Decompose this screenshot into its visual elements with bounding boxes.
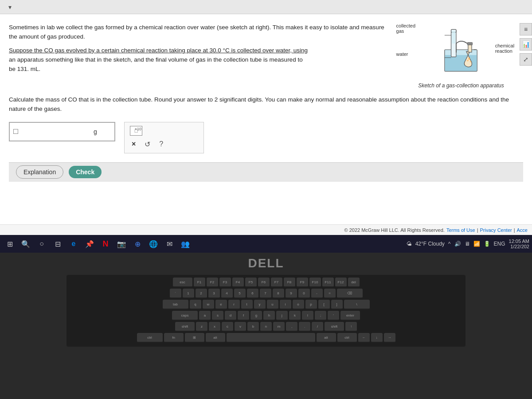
teams-icon[interactable]: 👥 [178,237,192,251]
key-minus[interactable]: - [311,289,323,298]
key-ctrl-left[interactable]: ctrl [137,333,163,343]
key-f3[interactable]: F3 [219,278,231,287]
key-e[interactable]: e [215,300,227,309]
netflix-icon[interactable]: N [98,237,113,251]
key-f7[interactable]: F7 [271,278,282,287]
task-view-icon[interactable]: ○ [35,237,49,251]
pin-icon[interactable]: 📌 [82,237,97,251]
camera-icon[interactable]: 📷 [114,237,129,251]
key-f[interactable]: f [238,311,249,321]
key-j[interactable]: j [276,311,288,321]
key-w[interactable]: w [203,300,214,309]
key-n[interactable]: n [260,322,272,332]
key-backspace[interactable]: ⌫ [337,289,363,298]
key-backslash[interactable]: \ [344,300,370,309]
key-u[interactable]: u [267,300,278,309]
check-button[interactable]: Check [69,166,102,178]
mail-icon[interactable]: ✉ [162,237,176,251]
key-comma[interactable]: , [286,322,297,332]
key-c[interactable]: c [222,322,233,332]
key-arrow-left[interactable]: ← [358,333,370,343]
answer-input[interactable] [21,128,92,136]
volume-icon[interactable]: 🔊 [454,241,461,247]
key-fn[interactable]: fn [164,333,184,343]
key-alt-left[interactable]: alt [206,333,225,343]
key-arrow-down[interactable]: ↓ [371,333,383,343]
key-8[interactable]: 8 [273,289,284,298]
edge-icon[interactable]: e [66,237,81,251]
key-0[interactable]: 0 [298,289,310,298]
key-9[interactable]: 9 [286,289,297,298]
expand-icon[interactable]: ⤢ [520,53,532,66]
key-arrow-up[interactable]: ↑ [345,322,357,332]
key-semicolon[interactable]: ; [315,311,326,321]
key-4[interactable]: 4 [221,289,233,298]
key-a[interactable]: a [199,311,211,321]
key-q[interactable]: q [190,300,201,309]
key-f10[interactable]: F10 [309,278,321,287]
clear-button[interactable]: × [130,139,137,149]
search-icon[interactable]: 🔍 [19,237,33,251]
key-7[interactable]: 7 [260,289,271,298]
notes-icon[interactable]: ≡ [520,23,532,35]
globe-icon[interactable]: 🌐 [146,237,160,251]
key-m[interactable]: m [273,322,285,332]
start-icon[interactable]: ⊞ [3,237,17,251]
key-r[interactable]: r [228,300,240,309]
key-3[interactable]: 3 [208,289,220,298]
key-5[interactable]: 5 [234,289,246,298]
key-i[interactable]: i [280,300,291,309]
key-tab[interactable]: tab [163,300,188,309]
key-arrow-right[interactable]: → [384,333,395,343]
key-f1[interactable]: F1 [194,278,205,287]
key-f5[interactable]: F5 [245,278,257,287]
key-f8[interactable]: F8 [284,278,295,287]
key-o[interactable]: o [293,300,304,309]
key-shift-left[interactable]: shift [175,322,195,332]
undo-button[interactable]: ↺ [143,139,152,149]
terms-link[interactable]: Terms of Use [446,227,475,233]
key-quote[interactable]: ' [328,311,339,321]
wifi-icon[interactable]: 📶 [473,241,480,247]
chevron-down-icon[interactable]: ▾ [4,2,15,12]
key-caps[interactable]: caps [172,311,198,321]
chart-icon[interactable]: 📊 [520,38,532,51]
key-enter[interactable]: enter [340,311,360,321]
key-alt-right[interactable]: alt [317,333,336,343]
key-f11[interactable]: F11 [322,278,334,287]
key-k[interactable]: k [289,311,301,321]
key-esc[interactable]: esc [173,278,192,287]
key-period[interactable]: . [299,322,310,332]
key-y[interactable]: y [254,300,266,309]
key-space[interactable] [227,333,315,343]
display-icon[interactable]: 🖥 [465,241,470,247]
explanation-button[interactable]: Explanation [16,165,63,179]
key-f12[interactable]: F12 [335,278,347,287]
key-v[interactable]: v [235,322,246,332]
key-bracket-open[interactable]: [ [318,300,330,309]
key-t[interactable]: t [241,300,253,309]
accessibility-link[interactable]: Acce [517,227,528,233]
key-ctrl-right[interactable]: ctrl [337,333,357,343]
key-bracket-close[interactable]: ] [331,300,343,309]
key-s[interactable]: s [212,311,223,321]
key-6[interactable]: 6 [247,289,258,298]
key-slash[interactable]: / [312,322,323,332]
key-2[interactable]: 2 [196,289,207,298]
key-shift-right[interactable]: shift [325,322,344,332]
key-b[interactable]: b [247,322,259,332]
widgets-icon[interactable]: ⊟ [51,237,65,251]
chevron-up-icon[interactable]: ^ [448,241,451,247]
key-l[interactable]: l [302,311,313,321]
key-p[interactable]: p [305,300,317,309]
privacy-link[interactable]: Privacy Center [480,227,512,233]
key-d[interactable]: d [225,311,236,321]
key-g[interactable]: g [250,311,262,321]
key-x[interactable]: x [209,322,220,332]
help-button[interactable]: ? [157,139,165,149]
key-f2[interactable]: F2 [207,278,218,287]
key-equals[interactable]: = [324,289,336,298]
key-f9[interactable]: F9 [297,278,308,287]
key-f6[interactable]: F6 [258,278,270,287]
key-z[interactable]: z [196,322,207,332]
